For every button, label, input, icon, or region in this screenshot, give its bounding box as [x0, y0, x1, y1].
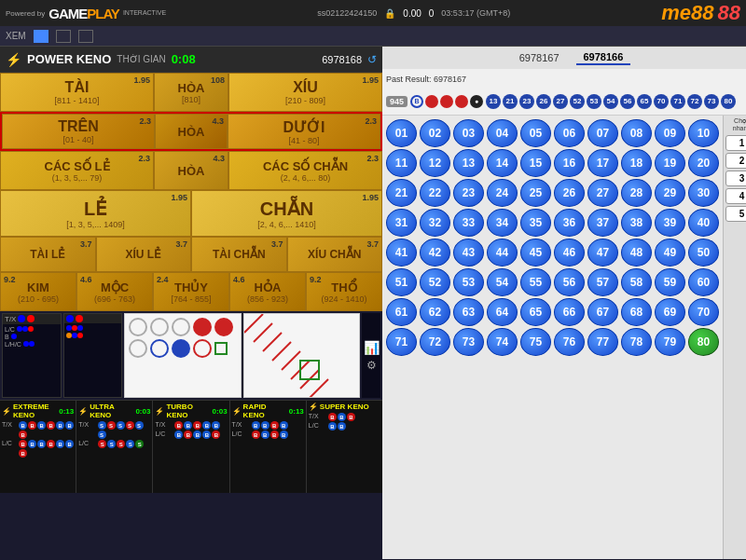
num-63[interactable]: 63: [453, 298, 484, 326]
num-76[interactable]: 76: [554, 328, 585, 356]
num-65[interactable]: 65: [520, 298, 551, 326]
num-15[interactable]: 15: [520, 149, 551, 177]
num-12[interactable]: 12: [420, 149, 450, 177]
duoi-cell[interactable]: 2.3 DƯỚI [41 - 80]: [228, 114, 380, 149]
num-53[interactable]: 53: [453, 268, 484, 296]
num-05[interactable]: 05: [520, 119, 551, 147]
num-67[interactable]: 67: [587, 298, 618, 326]
cac-so-le-cell[interactable]: 2.3 CÁC SỐ LẺ (1, 3, 5,... 79): [0, 151, 154, 190]
num-72[interactable]: 72: [420, 328, 450, 356]
num-48[interactable]: 48: [621, 239, 652, 266]
refresh-btn[interactable]: ↺: [367, 53, 377, 66]
tai-le-cell[interactable]: 3.7 TÀI LẺ: [0, 237, 96, 272]
num-25[interactable]: 25: [520, 179, 551, 207]
top-id-1[interactable]: 6978167: [512, 51, 567, 64]
num-68[interactable]: 68: [621, 298, 652, 326]
num-19[interactable]: 19: [655, 149, 685, 177]
num-32[interactable]: 32: [420, 209, 450, 237]
num-09[interactable]: 09: [655, 119, 685, 147]
num-51[interactable]: 51: [386, 268, 417, 296]
num-75[interactable]: 75: [520, 328, 551, 356]
num-16[interactable]: 16: [554, 149, 585, 177]
num-07[interactable]: 07: [587, 119, 618, 147]
hoa5-cell[interactable]: 4.6 HỎA (856 - 923): [229, 272, 306, 311]
view-grid-btn[interactable]: [34, 30, 48, 43]
top-id-2[interactable]: 6978166: [576, 50, 631, 65]
num-46[interactable]: 46: [554, 239, 585, 266]
num-64[interactable]: 64: [487, 298, 518, 326]
hoa2-cell[interactable]: 4.3 HÒA: [155, 114, 228, 149]
kim-cell[interactable]: 9.2 KIM (210 - 695): [0, 272, 76, 311]
num-80[interactable]: 80: [688, 328, 719, 356]
num-47[interactable]: 47: [587, 239, 618, 266]
qs-btn-2[interactable]: 2: [725, 153, 746, 169]
le-cell[interactable]: 1.95 LẺ [1, 3, 5,... 1409]: [0, 190, 191, 237]
num-58[interactable]: 58: [621, 268, 652, 296]
num-55[interactable]: 55: [520, 268, 551, 296]
num-06[interactable]: 06: [554, 119, 585, 147]
num-78[interactable]: 78: [621, 328, 652, 356]
view-list-btn[interactable]: [56, 30, 71, 43]
xiu-le-cell[interactable]: 3.7 XÍU LẺ: [96, 237, 192, 272]
num-74[interactable]: 74: [487, 328, 518, 356]
num-41[interactable]: 41: [386, 239, 417, 266]
num-30[interactable]: 30: [688, 179, 719, 207]
qs-btn-5[interactable]: 5: [725, 206, 746, 222]
num-62[interactable]: 62: [420, 298, 450, 326]
num-70[interactable]: 70: [688, 298, 719, 326]
qs-btn-4[interactable]: 4: [725, 188, 746, 204]
num-24[interactable]: 24: [487, 179, 518, 207]
num-61[interactable]: 61: [386, 298, 417, 326]
num-45[interactable]: 45: [520, 239, 551, 266]
stats-bar-icon[interactable]: 📊: [364, 340, 380, 355]
num-73[interactable]: 73: [453, 328, 484, 356]
num-56[interactable]: 56: [554, 268, 585, 296]
num-36[interactable]: 36: [554, 209, 585, 237]
qs-btn-3[interactable]: 3: [725, 171, 746, 186]
num-02[interactable]: 02: [420, 119, 450, 147]
num-31[interactable]: 31: [386, 209, 417, 237]
num-10[interactable]: 10: [688, 119, 719, 147]
moc-cell[interactable]: 4.6 MỘC (696 - 763): [76, 272, 153, 311]
num-22[interactable]: 22: [420, 179, 450, 207]
num-60[interactable]: 60: [688, 268, 719, 296]
tren-cell[interactable]: 2.3 TRÊN [01 - 40]: [2, 114, 155, 149]
xiu-chan-cell[interactable]: 3.7 XÍU CHẴN: [287, 237, 383, 272]
num-18[interactable]: 18: [621, 149, 652, 177]
num-40[interactable]: 40: [688, 209, 719, 237]
num-52[interactable]: 52: [420, 268, 450, 296]
num-27[interactable]: 27: [587, 179, 618, 207]
hoa1-cell[interactable]: 108 HÒA [810]: [154, 73, 228, 112]
num-04[interactable]: 04: [487, 119, 518, 147]
settings-icon[interactable]: ⚙: [366, 359, 377, 372]
num-23[interactable]: 23: [453, 179, 484, 207]
num-50[interactable]: 50: [688, 239, 719, 266]
num-14[interactable]: 14: [487, 149, 518, 177]
view-compact-btn[interactable]: [78, 30, 93, 43]
num-03[interactable]: 03: [453, 119, 484, 147]
tai-cell[interactable]: 1.95 TÀI [811 - 1410]: [0, 73, 154, 112]
tho-cell[interactable]: 9.2 THỔ (924 - 1410): [306, 272, 382, 311]
num-34[interactable]: 34: [487, 209, 518, 237]
num-69[interactable]: 69: [655, 298, 685, 326]
num-20[interactable]: 20: [688, 149, 719, 177]
num-21[interactable]: 21: [386, 179, 417, 207]
xiu-cell[interactable]: 1.95 XÍU [210 - 809]: [228, 73, 382, 112]
chan-cell[interactable]: 1.95 CHẴN [2, 4, 6,... 1410]: [191, 190, 382, 237]
num-29[interactable]: 29: [655, 179, 685, 207]
num-49[interactable]: 49: [655, 239, 685, 266]
num-44[interactable]: 44: [487, 239, 518, 266]
cac-so-chan-cell[interactable]: 2.3 CÁC SỐ CHẴN (2, 4, 6,... 80): [228, 151, 382, 190]
num-28[interactable]: 28: [621, 179, 652, 207]
num-01[interactable]: 01: [386, 119, 417, 147]
num-54[interactable]: 54: [487, 268, 518, 296]
tai-chan-cell[interactable]: 3.7 TÀI CHẴN: [191, 237, 287, 272]
num-37[interactable]: 37: [587, 209, 618, 237]
num-26[interactable]: 26: [554, 179, 585, 207]
num-71[interactable]: 71: [386, 328, 417, 356]
num-57[interactable]: 57: [587, 268, 618, 296]
num-59[interactable]: 59: [655, 268, 685, 296]
num-66[interactable]: 66: [554, 298, 585, 326]
hoa3-cell[interactable]: 4.3 HÒA: [154, 151, 228, 190]
num-77[interactable]: 77: [587, 328, 618, 356]
